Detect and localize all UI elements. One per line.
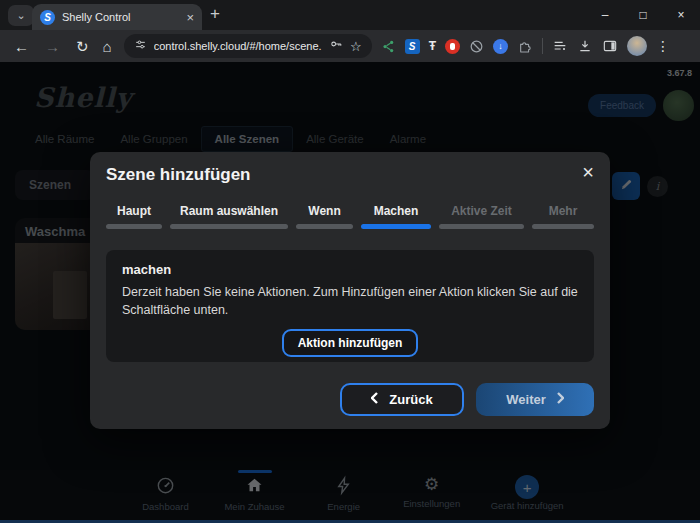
browser-titlebar: ⌄ S Shelly Control × + – □ × bbox=[0, 0, 700, 30]
s-extension-icon[interactable]: S bbox=[405, 39, 420, 54]
shelly-page: Shelly 3.67.8 Feedback Alle Räume Alle G… bbox=[0, 62, 700, 523]
tab-search-button[interactable]: ⌄ bbox=[8, 5, 34, 26]
step-raum-auswaehlen[interactable]: Raum auswählen bbox=[170, 204, 288, 229]
close-button[interactable]: × bbox=[662, 0, 700, 30]
empty-actions-text: Derzeit haben Sie keine Aktionen. Zum Hi… bbox=[122, 284, 578, 320]
browser-window: ⌄ S Shelly Control × + – □ × ← → ↻ ⌂ con… bbox=[0, 0, 700, 523]
bookmark-star-icon[interactable]: ☆ bbox=[350, 40, 362, 53]
chevron-left-icon bbox=[371, 392, 379, 407]
step-bar bbox=[296, 224, 353, 229]
chevron-right-icon bbox=[556, 392, 564, 407]
minimize-button[interactable]: – bbox=[586, 0, 624, 30]
back-button[interactable]: ← bbox=[14, 39, 29, 54]
tab-close-icon[interactable]: × bbox=[186, 10, 194, 25]
menu-dots-icon[interactable]: ⋮ bbox=[656, 39, 670, 53]
home-button[interactable]: ⌂ bbox=[103, 39, 112, 54]
extensions-puzzle-icon[interactable] bbox=[517, 38, 533, 54]
downloads-icon[interactable] bbox=[577, 38, 593, 54]
reload-button[interactable]: ↻ bbox=[76, 39, 89, 54]
password-key-icon[interactable] bbox=[329, 37, 343, 55]
step-bar-active bbox=[361, 224, 431, 229]
tab-list-icon[interactable] bbox=[552, 38, 568, 54]
shelly-favicon-icon: S bbox=[40, 10, 55, 25]
chevron-down-icon: ⌄ bbox=[16, 9, 25, 22]
downloader-extension-icon[interactable]: ↓ bbox=[493, 39, 508, 54]
browser-toolbar: ← → ↻ ⌂ control.shelly.cloud/#/home/scen… bbox=[0, 30, 700, 62]
add-action-button[interactable]: Aktion hinzufügen bbox=[282, 329, 419, 357]
address-bar[interactable]: control.shelly.cloud/#/home/scene... ☆ bbox=[124, 34, 372, 58]
back-button-modal[interactable]: Zurück bbox=[340, 383, 464, 416]
modal-close-icon[interactable]: × bbox=[582, 161, 594, 184]
forward-button[interactable]: → bbox=[45, 39, 60, 54]
modal-title: Szene hinzufügen bbox=[106, 165, 251, 185]
add-scene-modal: Szene hinzufügen × Haupt Raum auswählen … bbox=[90, 152, 610, 429]
section-title: machen bbox=[122, 262, 578, 277]
modal-footer: Zurück Weiter bbox=[340, 383, 594, 416]
url-text[interactable]: control.shelly.cloud/#/home/scene... bbox=[154, 40, 322, 52]
share-extension-icon[interactable] bbox=[381, 39, 396, 54]
next-button-modal[interactable]: Weiter bbox=[476, 383, 594, 416]
adblock-extension-icon[interactable] bbox=[445, 39, 460, 54]
step-bar bbox=[439, 224, 524, 229]
maximize-button[interactable]: □ bbox=[624, 0, 662, 30]
new-tab-button[interactable]: + bbox=[210, 4, 220, 24]
step-haupt[interactable]: Haupt bbox=[106, 204, 162, 229]
browser-tab[interactable]: S Shelly Control × bbox=[32, 4, 202, 30]
profile-avatar[interactable] bbox=[627, 36, 647, 56]
tune-icon[interactable] bbox=[134, 37, 147, 55]
window-controls: – □ × bbox=[586, 0, 700, 30]
step-bar bbox=[106, 224, 162, 229]
step-wenn[interactable]: Wenn bbox=[296, 204, 353, 229]
text-extension-icon[interactable]: Ŧ bbox=[429, 39, 436, 53]
toolbar-divider bbox=[542, 38, 543, 54]
step-bar bbox=[532, 224, 594, 229]
side-panel-icon[interactable] bbox=[602, 38, 618, 54]
step-machen[interactable]: Machen bbox=[361, 204, 431, 229]
step-aktive-zeit[interactable]: Aktive Zeit bbox=[439, 204, 524, 229]
step-mehr[interactable]: Mehr bbox=[532, 204, 594, 229]
wizard-steps: Haupt Raum auswählen Wenn Machen Aktive … bbox=[106, 204, 594, 229]
step-bar bbox=[170, 224, 288, 229]
tab-title: Shelly Control bbox=[62, 11, 179, 23]
blocked-extension-icon[interactable] bbox=[469, 39, 484, 54]
machen-panel: machen Derzeit haben Sie keine Aktionen.… bbox=[106, 250, 594, 362]
